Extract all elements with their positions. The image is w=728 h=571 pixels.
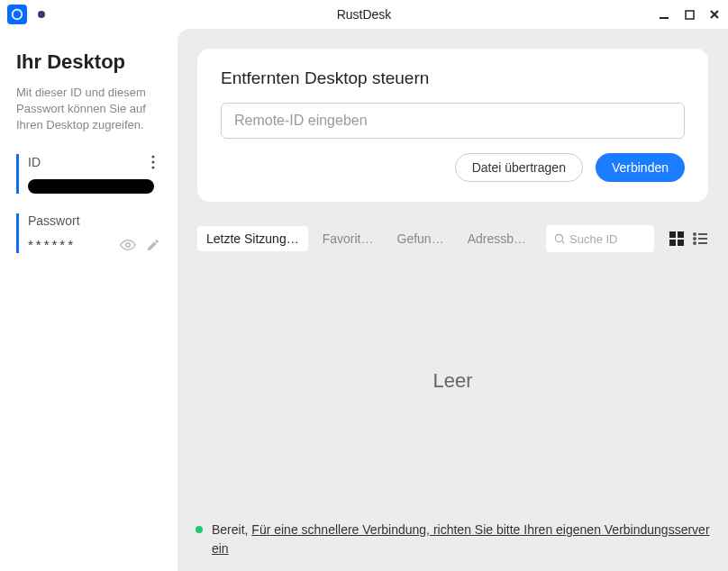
tab-favorites[interactable]: Favorit… [314,226,383,251]
sidebar: Ihr Desktop Mit dieser ID und diesem Pas… [0,29,177,571]
connection-status-dot [38,11,45,18]
connect-card: Entfernten Desktop steuern Datei übertra… [197,49,708,202]
app-logo-icon [7,5,27,24]
list-view-icon[interactable] [692,231,708,247]
minimize-button[interactable] [658,8,670,21]
close-button[interactable] [708,8,721,21]
svg-rect-14 [678,240,684,246]
password-block: Passwort ****** [16,213,161,253]
connect-heading: Entfernten Desktop steuern [221,68,685,88]
svg-rect-13 [669,240,676,246]
empty-label: Leer [432,369,472,393]
svg-rect-12 [678,231,684,238]
maximize-button[interactable] [683,8,696,21]
svg-point-7 [151,166,154,168]
id-value-redacted [28,179,154,194]
search-input[interactable] [569,232,647,246]
status-server-link[interactable]: Für eine schnellere Verbindung, richten … [212,522,710,556]
grid-view-icon[interactable] [669,231,685,247]
status-bar: Bereit, Für eine schnellere Verbindung, … [177,510,728,571]
svg-point-6 [151,160,154,163]
svg-point-15 [694,233,696,235]
sidebar-heading: Ihr Desktop [16,50,161,74]
tab-addressbook[interactable]: Adressb… [459,226,535,251]
password-label: Passwort [28,213,80,228]
sessions-empty-area: Leer [177,252,728,510]
titlebar: RustDesk [0,0,728,29]
id-menu-icon[interactable] [145,154,161,170]
svg-point-17 [694,238,696,240]
id-label: ID [28,155,41,169]
svg-point-5 [151,155,154,158]
search-box[interactable] [546,225,654,252]
svg-rect-2 [686,11,694,19]
tab-recent-sessions[interactable]: Letzte Sitzung… [197,226,308,251]
password-value: ****** [28,237,76,252]
svg-point-9 [555,234,562,241]
file-transfer-button[interactable]: Datei übertragen [455,153,583,182]
tab-found[interactable]: Gefun… [388,226,453,251]
window-title: RustDesk [337,7,392,22]
tabs-row: Letzte Sitzung… Favorit… Gefun… Adressb… [197,225,708,252]
status-ready-dot [196,526,203,533]
svg-point-19 [694,242,696,244]
svg-point-8 [126,242,131,247]
content-area: Entfernten Desktop steuern Datei übertra… [177,29,728,571]
status-ready-text: Bereit, [212,522,251,537]
edit-icon[interactable] [145,237,161,253]
eye-icon[interactable] [120,237,136,253]
sidebar-description: Mit dieser ID und diesem Passwort können… [16,85,161,134]
svg-rect-11 [669,231,676,238]
remote-id-input[interactable] [221,103,685,139]
connect-button[interactable]: Verbinden [596,153,685,182]
id-block: ID [16,154,161,194]
svg-line-10 [562,241,565,244]
search-icon [553,232,566,245]
